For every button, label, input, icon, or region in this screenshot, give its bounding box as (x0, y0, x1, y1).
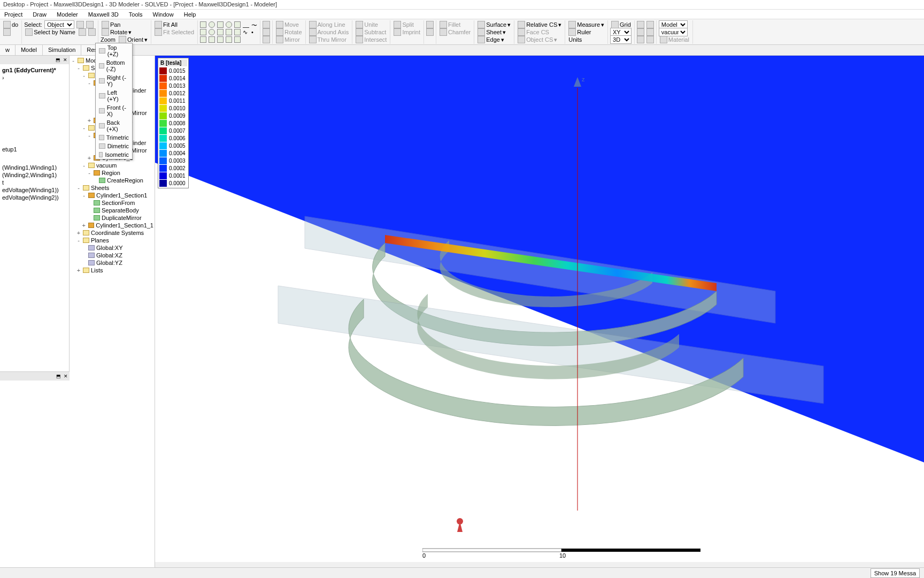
menu-help[interactable]: Help (180, 10, 201, 19)
menu-window[interactable]: Window (149, 10, 178, 19)
boolean-icon-b[interactable] (426, 28, 434, 36)
3d-viewport[interactable]: z (155, 56, 924, 562)
close-icon[interactable]: ✕ (63, 57, 68, 63)
select-opt2-icon[interactable] (88, 28, 96, 36)
expand-icon[interactable]: - (76, 185, 81, 191)
tree-row[interactable]: SeparateBody (71, 207, 153, 214)
menu-modeler[interactable]: Modeler (52, 10, 82, 19)
menu-tools[interactable]: Tools (125, 10, 147, 19)
revolve-icon[interactable] (263, 28, 270, 36)
shape-b-icon[interactable] (209, 36, 215, 43)
expand-icon[interactable]: - (87, 170, 92, 176)
tree-row[interactable]: +Coordinate Systems (71, 229, 153, 237)
tab-model[interactable]: Model (16, 45, 43, 55)
select-opt-icon[interactable] (79, 28, 86, 36)
expand-icon[interactable]: + (87, 117, 92, 124)
expand-icon[interactable]: + (76, 267, 81, 273)
tree-row[interactable]: -Planes (71, 237, 153, 244)
mirror-button[interactable]: Mirror (275, 35, 301, 44)
torus-shape-icon[interactable] (234, 29, 241, 35)
thru-mirror-button[interactable]: Thru Mirror (308, 35, 348, 44)
tree-row[interactable]: -Region (71, 169, 153, 177)
object-cs-button[interactable]: Object CS ▾ (517, 35, 558, 44)
ruler-button[interactable]: Ruler (567, 28, 592, 36)
expand-icon[interactable]: - (76, 65, 81, 71)
expand-icon[interactable]: - (81, 192, 87, 199)
project-tree-item-3[interactable]: edVoltage(Winding1)) (2, 186, 67, 194)
expand-icon[interactable]: + (76, 230, 81, 236)
menu-maxwell3d[interactable]: Maxwell 3D (84, 10, 123, 19)
ctx-front[interactable]: Front (-X) (96, 103, 132, 118)
snap-a-icon[interactable] (637, 21, 644, 28)
polygon-shape-icon[interactable] (217, 21, 224, 28)
expand-icon[interactable]: - (87, 80, 92, 86)
ctx-left[interactable]: Left (+Y) (96, 88, 132, 103)
project-tree-item-0[interactable]: (Winding1,Winding1) (2, 164, 67, 171)
select-by-name-button[interactable]: Select by Name (24, 28, 76, 36)
tab-view[interactable]: w (0, 45, 16, 55)
box-shape-icon[interactable] (200, 21, 206, 28)
redo-button[interactable] (2, 28, 12, 36)
tree-row[interactable]: DuplicateMirror (71, 214, 153, 222)
select-face-icon[interactable] (86, 21, 94, 28)
ctx-bottom[interactable]: Bottom (-Z) (96, 58, 132, 73)
ctx-right[interactable]: Right (-Y) (96, 73, 132, 88)
tree-row[interactable]: Global:XZ (71, 252, 153, 259)
units-button[interactable]: Units (567, 36, 583, 43)
expand-icon[interactable]: - (81, 162, 87, 169)
tree-row[interactable]: +Cylinder1_Section1_1 (71, 222, 153, 229)
show-messages-button[interactable]: Show 19 Messa (871, 568, 920, 578)
close-icon[interactable]: ✕ (63, 374, 68, 379)
select-object-icon[interactable] (76, 21, 84, 28)
project-tree-setup[interactable]: etup1 (2, 146, 67, 153)
shape-c-icon[interactable] (217, 36, 224, 43)
dim-dropdown[interactable]: 3D (610, 35, 632, 44)
color-legend[interactable]: B [tesla] 0.00150.00140.00130.00120.0011… (158, 58, 189, 188)
expand-icon[interactable]: - (76, 237, 81, 244)
ctx-isometric[interactable]: Isometric (96, 150, 132, 159)
tree-row[interactable]: +Lists (71, 267, 153, 274)
cone-shape-icon[interactable] (234, 21, 241, 28)
project-tree-design[interactable]: gn1 (EddyCurrent)* (2, 66, 67, 74)
arc-shape-icon[interactable]: 〜 (251, 21, 258, 28)
ctx-back[interactable]: Back (+X) (96, 118, 132, 133)
point-shape-icon[interactable]: • (251, 29, 258, 35)
tree-row[interactable]: Global:YZ (71, 259, 153, 267)
tree-row[interactable]: SectionFrom (71, 199, 153, 207)
line-shape-icon[interactable] (243, 21, 249, 28)
menu-draw[interactable]: Draw (28, 10, 51, 19)
ctx-top[interactable]: Top (+Z) (96, 43, 132, 58)
snap-b-icon[interactable] (646, 21, 654, 28)
sphere-shape-icon[interactable] (226, 21, 232, 28)
loft-icon[interactable] (263, 36, 270, 43)
expand-icon[interactable]: - (81, 72, 87, 79)
tree-row[interactable]: CreateRegion (71, 177, 153, 184)
cylinder-shape-icon[interactable] (209, 21, 215, 28)
regpoly-shape-icon[interactable] (226, 29, 232, 35)
snap-d-icon[interactable] (646, 28, 654, 36)
sweep-icon[interactable] (263, 21, 270, 28)
project-tree-item-2[interactable]: t (2, 179, 67, 186)
tree-row[interactable]: -Cylinder1_Section1 (71, 192, 153, 199)
pin-icon[interactable]: ⬒ (56, 374, 61, 379)
project-tree-item-4[interactable]: edVoltage(Winding2)) (2, 194, 67, 201)
edge-button[interactable]: Edge ▾ (476, 35, 505, 44)
material-button[interactable]: Material (659, 35, 690, 44)
project-tree-item-1[interactable]: (Winding2,Winding1) (2, 171, 67, 179)
shape-a-icon[interactable] (200, 36, 206, 43)
expand-icon[interactable]: - (81, 125, 87, 131)
boolean-icon-a[interactable] (426, 21, 434, 28)
ellipse-shape-icon[interactable] (217, 29, 224, 35)
expand-icon[interactable]: - (87, 132, 92, 139)
spline-shape-icon[interactable]: ∿ (243, 29, 249, 35)
pin-icon[interactable]: ⬒ (55, 57, 60, 63)
fit-selected-button[interactable]: Fit Selected (153, 28, 195, 36)
tree-row[interactable]: -Sheets (71, 184, 153, 192)
expand-icon[interactable]: + (81, 222, 87, 229)
expand-icon[interactable]: + (87, 155, 92, 161)
ctx-dimetric[interactable]: Dimetric (96, 142, 132, 150)
chamfer-button[interactable]: Chamfer (438, 28, 472, 36)
tree-row[interactable]: Global:XY (71, 244, 153, 252)
snap-e-icon[interactable] (637, 36, 644, 43)
snap-c-icon[interactable] (637, 28, 644, 36)
